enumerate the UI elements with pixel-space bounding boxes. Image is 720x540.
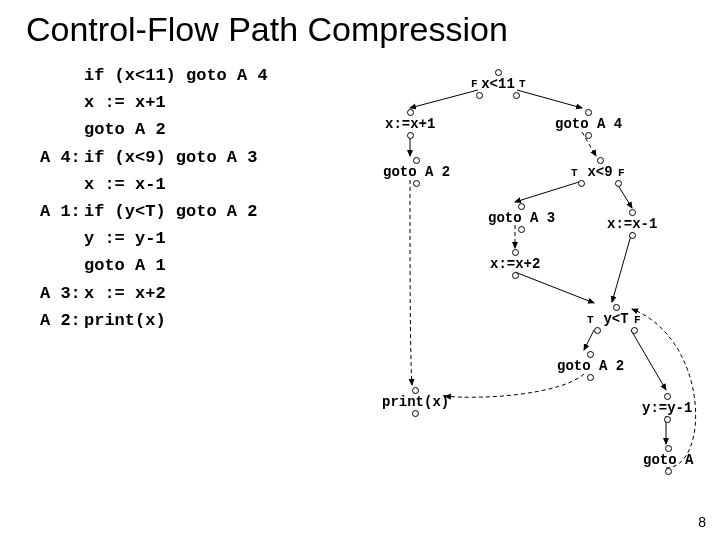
code-label: A 2:: [40, 307, 84, 334]
code-line: goto A 1: [84, 252, 166, 279]
edge-label-T: T: [519, 78, 526, 90]
node-assign-x-plus-1: x:=x+1: [385, 108, 435, 140]
code-label: A 4:: [40, 144, 84, 171]
node-cond-x-lt-9: x<9: [578, 156, 622, 187]
node-assign-x-minus-1: x:=x-1: [607, 208, 657, 240]
node-goto-A2-b: goto A 2: [557, 350, 624, 382]
node-assign-y-minus-1: y:=y-1: [642, 392, 692, 424]
page-title: Control-Flow Path Compression: [0, 0, 720, 49]
code-line: x := x-1: [84, 171, 166, 198]
edge-label-F: F: [618, 167, 625, 179]
node-cond-x-lt-11: x<11: [476, 68, 520, 99]
code-line: y := y-1: [84, 225, 166, 252]
code-line: if (y<T) goto A 2: [84, 198, 257, 225]
node-goto-A: goto A: [643, 444, 693, 476]
code-label: A 3:: [40, 280, 84, 307]
code-line: goto A 2: [84, 116, 166, 143]
node-print-x: print(x): [382, 386, 449, 418]
edge-label-T: T: [571, 167, 578, 179]
code-line: print(x): [84, 307, 166, 334]
node-goto-A4: goto A 4: [555, 108, 622, 140]
code-label: A 1:: [40, 198, 84, 225]
node-goto-A3: goto A 3: [488, 202, 555, 234]
code-listing: if (x<11) goto A 4 x := x+1 goto A 2 A 4…: [40, 62, 268, 334]
edge-label-F: F: [471, 78, 478, 90]
edge-label-T: T: [587, 314, 594, 326]
node-goto-A2-a: goto A 2: [383, 156, 450, 188]
code-line: x := x+2: [84, 280, 166, 307]
code-line: if (x<9) goto A 3: [84, 144, 257, 171]
flow-graph: x<11 F T x:=x+1 goto A 2 goto A 4 x<9 T …: [350, 60, 720, 490]
code-line: if (x<11) goto A 4: [84, 62, 268, 89]
edge-label-F: F: [634, 314, 641, 326]
code-line: x := x+1: [84, 89, 166, 116]
node-cond-y-lt-T: y<T: [594, 303, 638, 334]
node-assign-x-plus-2: x:=x+2: [490, 248, 540, 280]
page-number: 8: [698, 514, 706, 530]
